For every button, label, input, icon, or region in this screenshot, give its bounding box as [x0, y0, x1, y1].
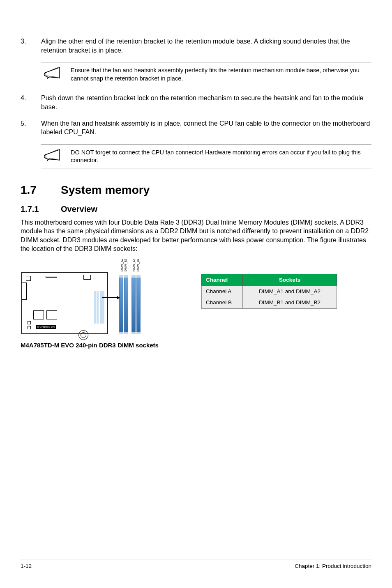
- chapter-label: Chapter 1: Product introduction: [295, 563, 371, 570]
- dimm-socket-diagram: DIMM_A2 DIMM_B2 DIMM_A1 DIMM_B1 M: [21, 260, 148, 338]
- page-number: 1-12: [21, 563, 32, 570]
- step-3-num: 3.: [21, 37, 41, 55]
- section-number: 1.7: [21, 182, 61, 198]
- table-cell: DIMM_A1 and DIMM_A2: [243, 286, 337, 297]
- board-model-label: M4A785TD-M EVO: [36, 325, 56, 329]
- step-4-num: 4.: [21, 94, 41, 111]
- note-1-text: Ensure that the fan and heatsink assembl…: [71, 66, 371, 83]
- step-5: 5. When the fan and heatsink assembly is…: [21, 119, 371, 137]
- step-3-text: Align the other end of the retention bra…: [41, 37, 371, 55]
- table-header-sockets: Sockets: [243, 274, 337, 286]
- page-footer: 1-12 Chapter 1: Product introduction: [21, 560, 371, 570]
- subsection-number: 1.7.1: [21, 204, 61, 215]
- table-cell: Channel B: [202, 297, 243, 308]
- step-4: 4. Push down the retention bracket lock …: [21, 94, 371, 111]
- note-1: Ensure that the fan and heatsink assembl…: [41, 62, 371, 86]
- diagram-caption: M4A785TD-M EVO 240-pin DDR3 DIMM sockets: [21, 341, 168, 349]
- table-row: Channel A DIMM_A1 and DIMM_A2: [202, 286, 337, 297]
- channel-sockets-table: Channel Sockets Channel A DIMM_A1 and DI…: [201, 274, 337, 309]
- section-heading: 1.7 System memory: [21, 182, 371, 198]
- table-row: Channel B DIMM_B1 and DIMM_B2: [202, 297, 337, 308]
- step-5-text: When the fan and heatsink assembly is in…: [41, 119, 371, 137]
- step-5-num: 5.: [21, 119, 41, 137]
- step-4-text: Push down the retention bracket lock on …: [41, 94, 371, 111]
- note-2-text: DO NOT forget to connect the CPU fan con…: [71, 148, 371, 165]
- table-header-channel: Channel: [202, 274, 243, 286]
- subsection-title: Overview: [61, 204, 97, 215]
- subsection-heading: 1.7.1 Overview: [21, 204, 371, 215]
- table-cell: Channel A: [202, 286, 243, 297]
- note-2: DO NOT forget to connect the CPU fan con…: [41, 144, 371, 168]
- note-icon: [41, 148, 62, 162]
- note-icon: [41, 66, 62, 80]
- dimm-label-a2: DIMM_A2: [120, 259, 123, 271]
- table-cell: DIMM_B1 and DIMM_B2: [243, 297, 337, 308]
- step-3: 3. Align the other end of the retention …: [21, 37, 371, 55]
- dimm-label-b1: DIMM_B1: [136, 259, 139, 271]
- section-title: System memory: [61, 182, 150, 198]
- dimm-label-a1: DIMM_A1: [133, 259, 136, 271]
- dimm-label-b2: DIMM_B2: [124, 259, 127, 271]
- overview-paragraph: This motherboard comes with four Double …: [21, 218, 371, 253]
